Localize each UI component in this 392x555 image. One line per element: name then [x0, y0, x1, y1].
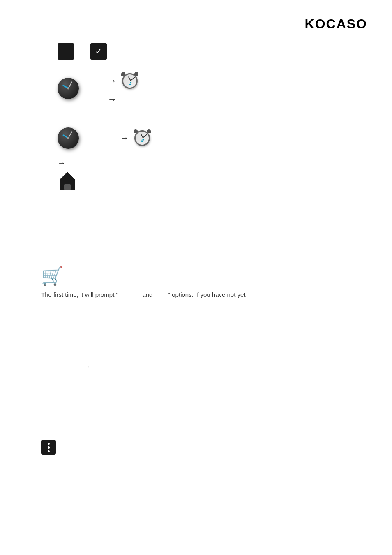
- row-checkboxes: ✓: [58, 43, 107, 60]
- brand-logo: KOCASO: [305, 16, 367, 32]
- svg-rect-2: [64, 184, 71, 190]
- inline-icon-placeholder-2: [154, 291, 166, 298]
- and-text: and: [142, 291, 152, 298]
- dot-3: [48, 450, 50, 452]
- arrow-icon-3: →: [120, 133, 129, 143]
- cart-section: 🛒 The first time, it will prompt " and "…: [41, 265, 246, 300]
- checkbox-checked-icon: ✓: [90, 43, 107, 60]
- three-dots-menu-icon[interactable]: [41, 440, 56, 455]
- alarm-face: ↺: [122, 73, 138, 89]
- clock-icon-2: [58, 127, 79, 149]
- header-divider: [25, 37, 367, 37]
- row-clock-to-alarm-1: → ↺ →: [58, 72, 139, 105]
- alarm-minute-hand-2: [143, 134, 147, 138]
- alarm-clock-icon-1: ↺: [121, 72, 139, 90]
- svg-marker-0: [59, 172, 76, 180]
- clock-icon-1: [58, 78, 79, 99]
- dot-2: [48, 446, 50, 449]
- alarm-face-2: ↺: [134, 130, 150, 146]
- arrow-icon-2: →: [108, 94, 117, 104]
- clock-center-dot-2: [67, 137, 69, 139]
- alarm-clock-icon-2: ↺: [133, 129, 151, 147]
- inline-icon-placeholder-1: [120, 291, 141, 298]
- middle-arrow-row: →: [82, 362, 90, 371]
- home-icon: [58, 170, 77, 192]
- arrow-icon-4: →: [58, 158, 66, 167]
- arrow-icon-5: →: [82, 362, 90, 371]
- alarm-reload-icon: ↺: [128, 81, 131, 86]
- dot-1: [48, 443, 50, 445]
- alarm-minute-hand: [130, 77, 135, 81]
- arrow-icon-1: →: [108, 76, 117, 86]
- row-clock-to-alarm-2: → ↺: [58, 127, 151, 149]
- prompt-description: The first time, it will prompt " and " o…: [41, 290, 246, 300]
- clock-center-dot: [67, 88, 69, 90]
- checkbox-empty-icon: [58, 43, 74, 60]
- alarm-reload-icon-2: ↺: [141, 139, 144, 143]
- row-arrow-home: →: [58, 158, 77, 192]
- shopping-cart-icon: 🛒: [41, 265, 246, 287]
